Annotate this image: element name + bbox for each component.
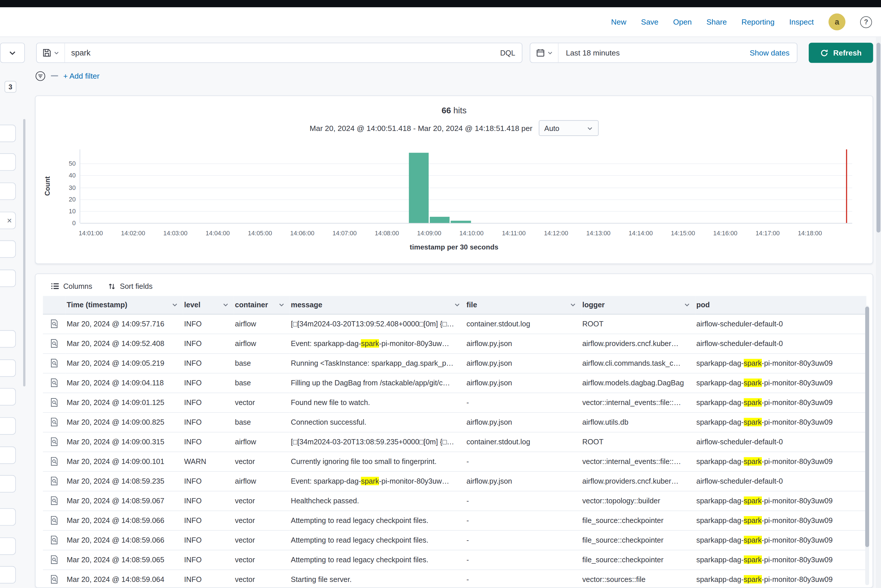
cell-message: Healthcheck passed.	[290, 491, 465, 510]
collapsed-field-chip[interactable]	[0, 269, 16, 287]
column-header-logger[interactable]: logger	[581, 296, 695, 314]
results-panel: Columns Sort fields Time (timestamp) lev…	[35, 273, 873, 588]
filter-menu-icon[interactable]	[35, 70, 46, 81]
nav-new[interactable]: New	[611, 18, 627, 26]
collapsed-field-chip[interactable]	[0, 566, 16, 584]
collapsed-field-chip[interactable]	[0, 124, 16, 142]
collapsed-field-chip[interactable]	[0, 330, 16, 348]
sort-fields-label: Sort fields	[120, 282, 153, 290]
refresh-icon	[820, 49, 828, 57]
gridline	[80, 176, 852, 176]
cell-pod: airflow-scheduler-default-0	[695, 471, 866, 491]
search-highlight: spark	[744, 359, 762, 367]
x-axis-tick-label: 14:15:00	[671, 230, 695, 237]
inspect-document-button[interactable]	[43, 471, 65, 490]
collapsed-field-chip[interactable]	[0, 388, 16, 405]
inspect-document-button[interactable]	[43, 531, 65, 549]
sort-fields-button[interactable]: Sort fields	[108, 282, 153, 290]
table-row: Mar 20, 2024 @ 14:08:59.065INFOvectorAtt…	[43, 550, 866, 570]
inspect-document-icon	[50, 574, 59, 584]
inspect-document-button[interactable]	[43, 511, 65, 530]
inspect-document-button[interactable]	[43, 412, 65, 432]
row-actions-cell	[43, 510, 65, 530]
gridline	[80, 211, 852, 212]
cell-file: -	[465, 452, 581, 471]
help-icon[interactable]: ?	[860, 16, 872, 28]
scrollbar-thumb[interactable]	[865, 307, 869, 547]
user-avatar[interactable]: a	[828, 14, 845, 30]
y-axis-tick-label: 10	[54, 208, 75, 214]
collapsed-field-chip[interactable]	[0, 359, 16, 376]
nav-open[interactable]: Open	[673, 18, 692, 26]
table-scrollbar[interactable]	[865, 306, 869, 585]
cell-pod: airflow-scheduler-default-0	[695, 314, 866, 334]
inspect-document-icon	[50, 417, 59, 427]
inspect-document-button[interactable]	[43, 570, 65, 588]
collapsed-field-chip[interactable]	[0, 475, 16, 493]
column-header-pod[interactable]: pod	[695, 296, 866, 314]
collapsed-field-chip[interactable]	[0, 537, 16, 555]
cell-level: INFO	[183, 353, 234, 373]
x-axis-tick-label: 14:04:00	[206, 230, 230, 237]
histogram-bar[interactable]	[409, 153, 428, 223]
collapsed-field-chip[interactable]	[0, 240, 16, 258]
cell-file: -	[465, 550, 581, 570]
inspect-document-button[interactable]	[43, 491, 65, 510]
nav-save[interactable]: Save	[641, 18, 658, 26]
inspect-document-button[interactable]	[43, 452, 65, 471]
search-input[interactable]	[65, 44, 494, 63]
time-range-end-marker	[846, 150, 847, 223]
refresh-button[interactable]: Refresh	[809, 43, 873, 63]
inspect-document-button[interactable]	[43, 550, 65, 569]
search-highlight: spark	[744, 398, 762, 406]
collapsed-field-chip[interactable]	[0, 446, 16, 464]
histogram-chart: Count 0102030405014:01:0014:02:0014:03:0…	[80, 150, 852, 223]
nav-share[interactable]: Share	[706, 18, 726, 26]
page-scrollbar[interactable]	[876, 37, 881, 588]
histogram-bar[interactable]	[430, 217, 450, 223]
fields-scrollbar[interactable]	[23, 119, 26, 387]
scrollbar-thumb[interactable]	[876, 43, 880, 233]
show-dates-button[interactable]: Show dates	[743, 49, 797, 57]
inspect-document-icon	[50, 358, 59, 368]
collapsed-field-chip[interactable]	[0, 153, 16, 171]
collapse-sidebar-button[interactable]	[0, 43, 25, 63]
chevron-down-icon	[8, 49, 16, 57]
collapsed-field-chip[interactable]	[0, 417, 16, 435]
inspect-document-button[interactable]	[43, 334, 65, 353]
inspect-document-button[interactable]	[43, 373, 65, 392]
inspect-document-button[interactable]	[43, 432, 65, 451]
column-header-container[interactable]: container	[234, 296, 290, 314]
inspect-document-button[interactable]	[43, 354, 65, 373]
interval-value: Auto	[544, 124, 559, 132]
column-header-time[interactable]: Time (timestamp)	[66, 296, 183, 314]
dql-button[interactable]: DQL	[494, 44, 522, 63]
column-header-level[interactable]: level	[183, 296, 234, 314]
cell-container: vector	[234, 393, 290, 412]
interval-select[interactable]: Auto	[538, 120, 598, 136]
cell-logger: vector::internal_events::file::…	[581, 452, 695, 471]
histogram-bar[interactable]	[451, 220, 471, 223]
date-picker-button[interactable]	[530, 44, 559, 63]
saved-query-menu-button[interactable]	[37, 44, 65, 63]
collapsed-field-chip[interactable]	[0, 182, 16, 200]
chevron-down-icon	[547, 50, 553, 56]
column-header-message[interactable]: message	[290, 296, 465, 314]
time-range-text[interactable]: Last 18 minutes	[559, 49, 742, 57]
nav-inspect[interactable]: Inspect	[789, 18, 814, 26]
columns-button[interactable]: Columns	[51, 282, 92, 290]
close-icon[interactable]: ×	[7, 216, 12, 225]
discover-app: New Save Open Share Reporting Inspect a …	[0, 0, 881, 588]
nav-reporting[interactable]: Reporting	[741, 18, 774, 26]
inspect-document-button[interactable]	[43, 314, 65, 333]
column-header-file[interactable]: file	[465, 296, 581, 314]
add-filter-button[interactable]: + Add filter	[63, 72, 99, 80]
collapsed-field-chip[interactable]: ×	[0, 212, 16, 229]
cell-time: Mar 20, 2024 @ 14:08:59.065	[66, 550, 183, 570]
inspect-document-button[interactable]	[43, 393, 65, 412]
collapsed-field-chip[interactable]	[0, 508, 16, 525]
x-axis-tick-label: 14:11:00	[502, 230, 526, 237]
row-actions-cell	[43, 393, 65, 412]
cell-time: Mar 20, 2024 @ 14:08:59.064	[66, 570, 183, 588]
cell-level: WARN	[183, 452, 234, 471]
